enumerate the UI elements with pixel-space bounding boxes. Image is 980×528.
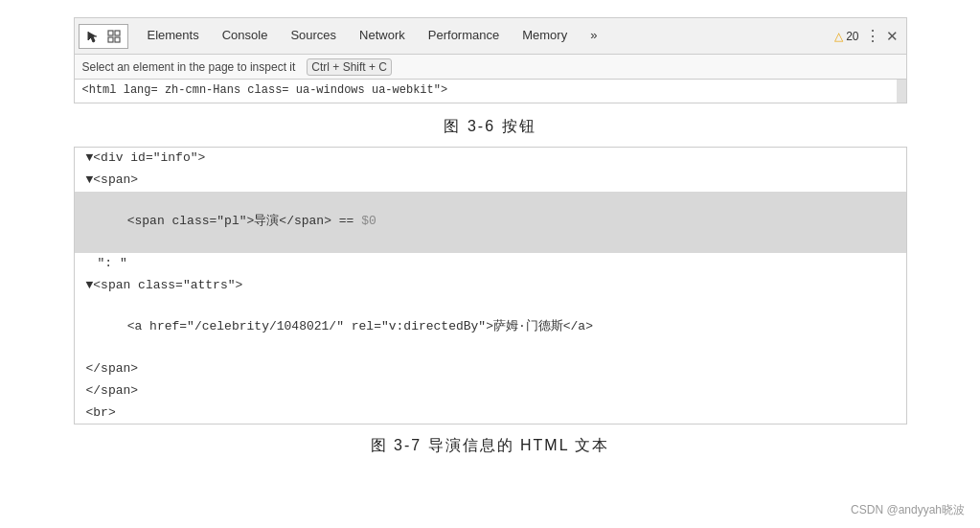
box-select-icon[interactable]	[104, 27, 124, 46]
watermark: CSDN @andyyah晓波	[851, 502, 965, 518]
tab-sources[interactable]: Sources	[279, 18, 348, 54]
code-line-7: </span>	[75, 380, 906, 402]
tab-memory[interactable]: Memory	[511, 18, 579, 54]
cursor-icon[interactable]	[83, 27, 103, 46]
toolbar-right: △ 20 ⋮ ✕	[834, 27, 901, 45]
tab-network[interactable]: Network	[348, 18, 417, 54]
warning-icon: △	[834, 30, 843, 43]
code-line-6: </span>	[75, 358, 906, 380]
warning-badge: △ 20	[834, 30, 858, 43]
svg-rect-2	[108, 37, 113, 42]
tab-console[interactable]: Console	[211, 18, 280, 54]
svg-rect-0	[108, 31, 113, 35]
code-line-4: ▼<span class="attrs">	[75, 275, 906, 297]
status-hint: Select an element in the page to inspect…	[82, 60, 296, 74]
figure-caption-2: 图 3-7 导演信息的 HTML 文本	[0, 436, 980, 456]
tab-elements[interactable]: Elements	[136, 18, 211, 54]
keyboard-shortcut: Ctrl + Shift + C	[307, 58, 392, 76]
code-line-1: ▼<span>	[75, 170, 906, 192]
devtools-panel: Elements Console Sources Network Perform…	[0, 17, 980, 103]
figure-caption-1: 图 3-6 按钮	[0, 117, 980, 137]
code-box: ▼<div id="info"> ▼<span> <span class="pl…	[74, 147, 907, 425]
tab-more[interactable]: »	[579, 18, 608, 54]
svg-rect-1	[115, 31, 120, 35]
html-code-line: <html lang= zh-cmn-Hans class= ua-window…	[75, 80, 906, 103]
tab-performance[interactable]: Performance	[417, 18, 511, 54]
dollar-var: $0	[361, 214, 376, 228]
status-bar: Select an element in the page to inspect…	[75, 55, 906, 80]
close-icon[interactable]: ✕	[886, 28, 899, 45]
code-line-0: ▼<div id="info">	[75, 148, 906, 170]
scrollbar-track[interactable]	[897, 80, 906, 103]
toolbar-icon-group	[79, 24, 128, 49]
code-line-3: ": "	[75, 253, 906, 275]
devtools-toolbar: Elements Console Sources Network Perform…	[75, 18, 906, 55]
code-line-5: <a href="/celebrity/1048021/" rel="v:dir…	[75, 297, 906, 358]
code-line-2[interactable]: <span class="pl">导演</span> == $0	[75, 192, 906, 253]
svg-rect-3	[115, 37, 120, 42]
warning-count: 20	[846, 30, 858, 43]
devtools-tabs: Elements Console Sources Network Perform…	[136, 18, 835, 54]
more-options-icon[interactable]: ⋮	[865, 27, 880, 45]
devtools-container: Elements Console Sources Network Perform…	[74, 17, 907, 103]
code-line-8: <br>	[75, 402, 906, 425]
